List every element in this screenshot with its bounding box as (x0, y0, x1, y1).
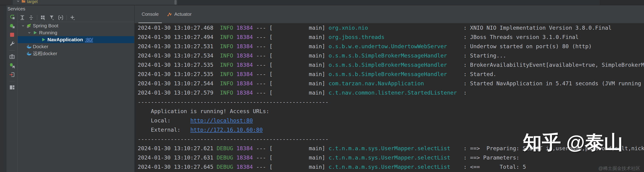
editor-area-sliver (177, 0, 600, 5)
console-log-line: 2024-01-30 13:10:27.535 INFO 18384 --- [… (138, 60, 644, 70)
watermark-zhihu: 知乎 @泰山 (523, 130, 623, 155)
console-log-line: 2024-01-30 13:10:27.468 INFO 18384 --- [… (138, 23, 644, 32)
filter-icon[interactable] (49, 15, 55, 21)
chevron-down-icon[interactable] (20, 24, 26, 28)
add-service-icon[interactable] (70, 15, 76, 21)
expand-all-icon[interactable] (19, 15, 25, 21)
console-tabbar: Console Actuator (135, 5, 644, 23)
run-icon (32, 30, 38, 35)
ide-window: target Services Spring BootRunningNavApp… (0, 0, 644, 172)
attach-debugger-icon[interactable] (9, 63, 15, 69)
tree-item-spring-boot[interactable]: Spring Boot (18, 22, 135, 29)
console-log-line: 2024-01-30 13:10:27.544 INFO 18384 --- [… (138, 79, 644, 88)
console-text: ----------------------------------------… (138, 136, 329, 142)
tree-item-navapplication[interactable]: NavApplication:80/ (18, 36, 135, 43)
project-tree-strip: target (0, 0, 644, 5)
console-log-line: 2024-01-30 13:10:27.579 INFO 18384 --- [… (138, 88, 644, 97)
services-panel: Services Spring BootRunningNavApplicatio… (6, 5, 135, 172)
console-log-line: 2024-01-30 13:10:27.645 DEBUG 18384 --- … (138, 162, 644, 172)
toolbar-divider (66, 15, 67, 20)
console-text: Application is running! Access URLs: (138, 108, 269, 114)
docker-icon (26, 51, 32, 56)
tab-actuator-label: Actuator (174, 11, 192, 17)
services-tree[interactable]: Spring BootRunningNavApplication:80/Dock… (18, 22, 135, 172)
layout-icon[interactable] (9, 84, 15, 90)
toolbar-divider (9, 81, 15, 81)
tree-item-label: Docker (33, 44, 48, 49)
console-text: ----------------------------------------… (138, 99, 329, 105)
toolbar-divider (9, 50, 15, 51)
chevron-down-icon[interactable] (26, 31, 32, 35)
console-banner-line: Application is running! Access URLs: (138, 107, 644, 116)
panel-title: Services (8, 6, 25, 11)
wrench-icon[interactable] (9, 41, 15, 47)
console-url-link[interactable]: http://localhost:80 (190, 117, 253, 124)
tree-item-label: Running (39, 30, 57, 35)
console-log-line: 2024-01-30 13:10:27.494 INFO 18384 --- [… (138, 32, 644, 42)
collapse-all-icon[interactable] (28, 15, 34, 21)
scrollbar-thumb[interactable] (174, 0, 176, 5)
tab-actuator[interactable]: Actuator (163, 5, 196, 23)
add-pattern-icon[interactable] (58, 15, 64, 21)
service-url-link[interactable]: :80/ (85, 37, 93, 42)
rerun-icon[interactable] (9, 14, 15, 20)
folder-icon (22, 0, 26, 4)
services-toolbar (19, 14, 76, 21)
right-panel-sliver (600, 0, 644, 5)
console-banner-line: ----------------------------------------… (138, 97, 644, 107)
console-log-line: 2024-01-30 13:10:27.531 INFO 18384 --- [… (138, 42, 644, 51)
docker-icon (26, 44, 32, 49)
rerun-debug-icon[interactable] (9, 23, 15, 29)
project-tree-row-target[interactable]: target (16, 0, 38, 5)
spring-boot-icon (26, 23, 32, 28)
run-icon (41, 37, 46, 42)
toolbar-divider (37, 15, 37, 20)
exit-icon[interactable] (9, 72, 15, 78)
tree-item--docker[interactable]: 远程docker (18, 50, 135, 57)
toolwindow-stripe-corner (0, 0, 13, 5)
tree-item-label: Spring Boot (33, 23, 58, 28)
actuator-icon (167, 12, 172, 17)
toolbar-underline (18, 22, 135, 22)
tab-console[interactable]: Console (138, 5, 163, 23)
toolwindow-stripe (0, 5, 6, 172)
console-url-link[interactable]: http://172.16.10.60:80 (190, 127, 262, 133)
console-banner-line: Local: http://localhost:80 (138, 116, 644, 125)
run-toolbar (6, 14, 18, 93)
project-folder-label: target (27, 0, 38, 4)
tree-item-label: NavApplication (48, 37, 83, 42)
console-log-line: 2024-01-30 13:10:27.534 INFO 18384 --- [… (138, 51, 644, 60)
console-text: Local: (138, 117, 190, 124)
stop-icon[interactable] (9, 32, 15, 38)
group-by-icon[interactable] (40, 15, 46, 21)
tab-console-label: Console (142, 11, 158, 17)
thread-dump-camera-icon[interactable] (9, 54, 15, 60)
tree-item-docker[interactable]: Docker (18, 43, 135, 50)
tree-item-running[interactable]: Running (18, 29, 135, 36)
console-text: External: (138, 127, 190, 133)
console-log-line: 2024-01-30 13:10:27.535 INFO 18384 --- [… (138, 70, 644, 79)
chevron-down-icon[interactable] (16, 0, 20, 4)
tree-item-label: 远程docker (33, 50, 57, 57)
watermark-juejin: @稀土掘金技术社区 (598, 165, 640, 172)
